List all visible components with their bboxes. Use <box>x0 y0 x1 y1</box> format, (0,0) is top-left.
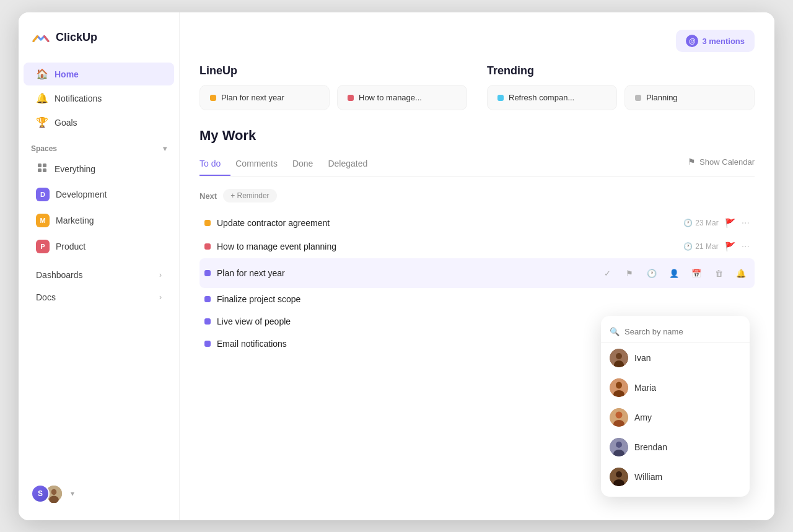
svg-point-14 <box>616 412 623 419</box>
dashboards-label: Dashboards <box>36 270 153 280</box>
task-item-0[interactable]: Update contractor agreement 🕐 23 Mar 🚩 ·… <box>199 211 755 235</box>
reminder-button[interactable]: + Reminder <box>223 189 276 203</box>
sidebar-item-goals[interactable]: 🏆 Goals <box>24 111 174 134</box>
trending-cards: Refresh compan... Planning <box>487 85 755 110</box>
lineup-cards: Plan for next year How to manage... <box>199 85 467 110</box>
trending-card-0[interactable]: Refresh compan... <box>487 85 617 110</box>
clock-action-icon[interactable]: 🕐 <box>643 264 660 282</box>
bottom-chevron-icon[interactable]: ▾ <box>71 489 74 498</box>
task-flag-1: 🚩 <box>725 242 735 251</box>
avatar-s: S <box>31 484 50 503</box>
person-amy[interactable]: Amy <box>601 403 750 432</box>
spaces-chevron-icon[interactable]: ▾ <box>163 144 167 153</box>
lineup-card-dot-1 <box>348 95 354 101</box>
avatar-william <box>610 468 628 486</box>
trending-card-label-0: Refresh compan... <box>509 93 574 102</box>
task-item-1[interactable]: How to manage event planning 🕐 21 Mar 🚩 … <box>199 235 755 258</box>
avatar-maria <box>610 378 628 397</box>
lineup-card-1[interactable]: How to manage... <box>337 85 467 110</box>
task-more-1[interactable]: ··· <box>742 241 750 252</box>
task-dot-4 <box>204 318 211 325</box>
clock-icon-0: 🕐 <box>683 219 693 227</box>
sidebar-item-development-label: Development <box>56 190 107 199</box>
reminder-btn-label: + Reminder <box>230 191 269 200</box>
sidebar-item-marketing[interactable]: M Marketing <box>24 208 174 233</box>
check-action-icon[interactable]: ✓ <box>598 264 616 282</box>
next-row: Next + Reminder <box>199 189 755 203</box>
user-avatars: S <box>31 484 63 503</box>
sidebar-item-home-label: Home <box>55 69 79 79</box>
task-dot-0 <box>204 220 211 226</box>
tab-done[interactable]: Done <box>292 154 323 176</box>
mentions-count: 3 mentions <box>702 37 745 46</box>
show-calendar-button[interactable]: ⚑ Show Calendar <box>688 157 755 173</box>
trending-card-dot-1 <box>635 95 641 101</box>
tab-comments[interactable]: Comments <box>235 154 287 176</box>
sidebar-item-docs[interactable]: Docs › <box>24 287 174 308</box>
task-name-2: Plan for next year <box>217 268 592 278</box>
sidebar-item-product[interactable]: P Product <box>24 234 174 259</box>
search-icon: 🔍 <box>610 327 620 336</box>
svg-rect-1 <box>43 164 46 167</box>
trending-card-dot-0 <box>497 95 504 101</box>
lineup-trending-section: LineUp Plan for next year How to manage.… <box>199 64 755 110</box>
clock-icon-1: 🕐 <box>683 242 693 251</box>
task-dot-2 <box>204 270 211 276</box>
trending-card-label-1: Planning <box>646 93 678 102</box>
task-dot-1 <box>204 243 211 250</box>
lineup-title: LineUp <box>199 64 467 77</box>
lineup-card-0[interactable]: Plan for next year <box>199 85 330 110</box>
avatar-amy <box>610 408 628 427</box>
trending-card-1[interactable]: Planning <box>624 85 755 110</box>
sidebar-item-dashboards[interactable]: Dashboards › <box>24 264 174 286</box>
sidebar-item-everything[interactable]: Everything <box>24 157 174 181</box>
svg-point-8 <box>616 353 622 359</box>
people-search-input[interactable] <box>624 327 741 336</box>
spaces-label: Spaces <box>31 144 57 153</box>
avatar-ivan <box>610 349 628 367</box>
person-brendan[interactable]: Brendan <box>601 432 750 462</box>
calendar-flag-icon: ⚑ <box>688 157 696 167</box>
person-maria[interactable]: Maria <box>601 373 750 403</box>
mentions-button[interactable]: @ 3 mentions <box>676 30 755 52</box>
person-ivan[interactable]: Ivan <box>601 343 750 373</box>
avatar-brendan <box>610 438 628 456</box>
sidebar-item-home[interactable]: 🏠 Home <box>24 63 174 85</box>
svg-point-5 <box>51 489 57 495</box>
lineup-card-label-1: How to manage... <box>359 93 422 102</box>
person-william[interactable]: William <box>601 462 750 492</box>
flag-action-icon[interactable]: ⚑ <box>621 264 638 282</box>
person-amy-label: Amy <box>634 412 652 422</box>
spaces-section: Spaces ▾ <box>19 134 179 157</box>
lineup-section: LineUp Plan for next year How to manage.… <box>199 64 467 110</box>
sidebar-item-notifications-label: Notifications <box>55 94 102 103</box>
svg-point-11 <box>616 382 622 389</box>
at-icon: @ <box>686 35 698 47</box>
calendar-action-icon[interactable]: 📅 <box>688 264 705 282</box>
trending-title: Trending <box>487 64 755 77</box>
task-more-0[interactable]: ··· <box>742 217 750 229</box>
task-meta-0: 🕐 23 Mar 🚩 ··· <box>683 217 750 229</box>
svg-point-20 <box>616 471 622 477</box>
svg-rect-3 <box>43 168 46 172</box>
tab-delegated[interactable]: Delegated <box>328 154 377 176</box>
next-label: Next <box>199 191 217 201</box>
svg-rect-0 <box>38 164 42 167</box>
bell-action-icon[interactable]: 🔔 <box>732 264 750 282</box>
product-dot: P <box>36 240 50 253</box>
sidebar-item-development[interactable]: D Development <box>24 182 174 207</box>
trending-section: Trending Refresh compan... Planning <box>487 64 755 110</box>
clickup-logo-icon <box>31 27 51 47</box>
task-actions-2: ✓ ⚑ 🕐 👤 📅 🗑 🔔 <box>598 264 750 282</box>
tabs-row: To do Comments Done Delegated ⚑ Show Cal… <box>199 154 755 177</box>
task-name-3: Finalize project scope <box>217 294 750 304</box>
sidebar-item-goals-label: Goals <box>55 118 77 128</box>
delete-action-icon[interactable]: 🗑 <box>710 264 727 282</box>
tab-todo[interactable]: To do <box>199 154 230 176</box>
task-item-2[interactable]: Plan for next year ✓ ⚑ 🕐 👤 📅 🗑 🔔 <box>199 258 755 288</box>
task-item-3[interactable]: Finalize project scope <box>199 288 755 310</box>
assign-action-icon[interactable]: 👤 <box>665 264 683 282</box>
person-maria-label: Maria <box>634 383 656 393</box>
people-search-row: 🔍 <box>601 323 750 343</box>
sidebar-item-notifications[interactable]: 🔔 Notifications <box>24 87 174 110</box>
